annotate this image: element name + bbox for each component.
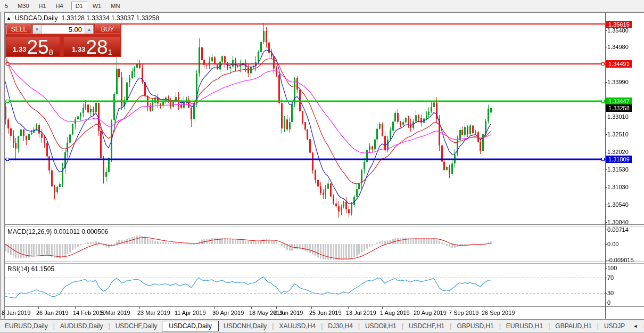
timeframe-toolbar: 5M30H1H4D1W1MN (0, 0, 644, 12)
volume-input[interactable] (42, 25, 85, 34)
date-label: 30 Apr 2019 (212, 310, 244, 316)
timeframe-5-button[interactable]: 5 (1, 2, 12, 10)
tab-eurusd-h1[interactable]: EURUSD,H1 (501, 321, 548, 331)
tab-scroll-buttons: ◄► (633, 323, 644, 329)
price-tick-label: 1.30040 (607, 218, 629, 226)
sell-price-prefix: 1.33 (13, 45, 26, 53)
buy-price-sup: 1 (108, 48, 112, 56)
tab-usdchf-daily[interactable]: USDCHF,Daily (111, 321, 162, 331)
chart-left-border (0, 12, 5, 319)
date-label: 26 Jan 2019 (36, 310, 69, 316)
timeframe-w1-button[interactable]: W1 (88, 2, 106, 10)
rsi-tick-label: 30 (607, 289, 614, 297)
chart-ohlc-quote: 1.33128 1.33334 1.33037 1.33258 (62, 14, 160, 22)
rsi-tick-label: 100 (607, 264, 617, 272)
tab-gbpusd-h1[interactable]: GBPUSD,H1 (452, 321, 498, 331)
buy-price-panel[interactable]: 1.33 28 1 (64, 37, 120, 56)
volume-decrease-button[interactable]: ▼ (32, 25, 42, 34)
tab-usdchf-h1[interactable]: USDCHF,H1 (404, 321, 449, 331)
sell-price-big: 25 (27, 38, 48, 56)
sell-price-sup: 8 (49, 48, 53, 56)
macd-tick-label: 0.00 (607, 240, 618, 248)
price-level-badge: 1.35615 (606, 21, 632, 28)
tab-eurusd-daily[interactable]: EURUSD,Daily (0, 321, 53, 331)
date-label: 20 Aug 2019 (414, 310, 447, 316)
date-label: 23 Mar 2019 (137, 310, 170, 316)
sell-price-panel[interactable]: 1.33 25 8 (6, 37, 60, 56)
timeframe-m30-button[interactable]: M30 (13, 2, 33, 10)
volume-increase-button[interactable]: ▲ (85, 25, 94, 34)
macd-tick-label: -0.009015 (607, 256, 634, 264)
timeframe-h4-button[interactable]: H4 (52, 2, 68, 10)
rsi-tick-label: 70 (607, 274, 614, 281)
price-tick-label: 1.31030 (607, 183, 629, 191)
tab-audusd-daily[interactable]: AUDUSD,Daily (55, 321, 108, 331)
timeframe-mn-button[interactable]: MN (106, 2, 124, 10)
buy-button[interactable]: BUY (95, 25, 120, 34)
timeframe-h1-button[interactable]: H1 (35, 2, 51, 10)
macd-indicator-label: MACD(12,26,9) 0.001011 0.000506 (7, 228, 108, 235)
price-tick-label: 1.32510 (607, 131, 629, 138)
price-tick-label: 1.32020 (607, 148, 629, 156)
chart-title: ▲ USDCAD,Daily 1.33128 1.33334 1.33037 1… (6, 14, 159, 22)
spin-up-icon: ▲ (87, 27, 92, 32)
date-label: 25 Jun 2019 (309, 310, 342, 316)
price-tick-label: 1.31530 (607, 166, 629, 173)
date-label: 7 Sep 2019 (449, 310, 478, 316)
price-level-badge: 1.34491 (606, 60, 632, 68)
date-label: 11 Apr 2019 (175, 310, 206, 316)
rsi-tick-label: 0 (607, 299, 610, 306)
buy-price-big: 28 (86, 38, 108, 56)
price-tick-label: 1.30540 (607, 201, 629, 208)
price-tick-label: 1.33990 (607, 78, 629, 86)
date-label: 13 Jul 2019 (346, 310, 376, 316)
macd-tick-label: 0.00714 (607, 226, 629, 233)
tab-usdoil-h1[interactable]: USDOil,H1 (360, 321, 401, 331)
price-tick-label: 1.33010 (607, 113, 629, 120)
tab-usdjp[interactable]: USDJP (599, 321, 630, 331)
chart-symbol-label: USDCAD,Daily (15, 14, 58, 22)
sell-button[interactable]: SELL (6, 25, 31, 34)
one-click-trading-panel: SELL ▼ ▲ BUY 1.33 25 8 1.33 28 1 (5, 23, 121, 57)
spin-down-icon: ▼ (35, 27, 39, 32)
tab-scroll-left-icon[interactable]: ◄ (633, 323, 638, 329)
tab-xauusd-h4[interactable]: XAUUSD,H4 (274, 321, 320, 331)
date-label: 5 Mar 2019 (101, 310, 130, 316)
collapse-chart-icon[interactable]: ▲ (6, 15, 11, 21)
date-label: 8 Jan 2019 (2, 310, 30, 316)
price-tick-label: 1.34980 (607, 43, 629, 51)
date-label: 1 Aug 2019 (380, 310, 410, 316)
timeframe-d1-button[interactable]: D1 (71, 2, 87, 10)
tab-usdcad-daily[interactable]: USDCAD,Daily (162, 321, 219, 331)
chart-tab-bar: EURUSD,Daily|AUDUSD,Daily|USDCHF,DailyUS… (0, 319, 644, 333)
date-label: 26 Sep 2019 (482, 310, 515, 316)
date-label: 6 Jun 2019 (274, 310, 303, 316)
rsi-indicator-label: RSI(14) 61.1505 (7, 265, 54, 273)
tab-gbpaud-h1[interactable]: GBPAUD,H1 (550, 321, 596, 331)
tab-usdcnh-daily[interactable]: USDCNH,Daily (219, 321, 271, 331)
buy-price-prefix: 1.33 (72, 45, 85, 53)
price-level-badge: 1.33258 (606, 104, 632, 112)
tab-dj30-h4[interactable]: DJ30,H4 (323, 321, 358, 331)
price-level-badge: 1.31809 (606, 156, 632, 163)
price-level-badge: 1.33447 (606, 98, 632, 105)
